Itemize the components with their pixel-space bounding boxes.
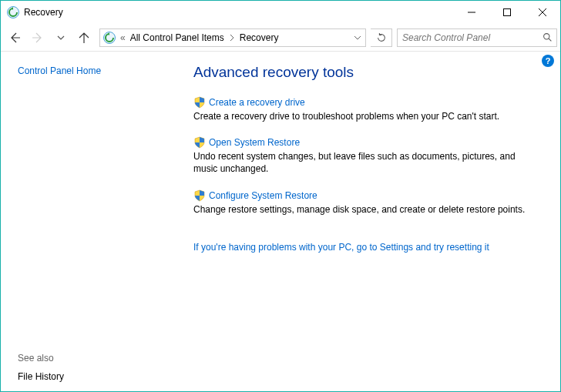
help-icon: ? <box>546 56 551 65</box>
search-button[interactable] <box>538 32 556 42</box>
up-button[interactable] <box>73 27 95 49</box>
breadcrumb-recovery[interactable]: Recovery <box>237 32 282 43</box>
maximize-button[interactable] <box>489 1 525 24</box>
address-dropdown-button[interactable] <box>350 35 365 41</box>
content-area: ? Control Panel Home See also File Histo… <box>1 52 560 391</box>
configure-system-restore-desc: Change restore settings, manage disk spa… <box>193 203 542 216</box>
navigation-toolbar: « All Control Panel Items Recovery <box>1 24 560 52</box>
recent-locations-button[interactable] <box>50 27 72 49</box>
file-history-link[interactable]: File History <box>18 371 153 382</box>
refresh-button[interactable] <box>371 28 392 47</box>
create-recovery-drive-desc: Create a recovery drive to troubleshoot … <box>193 110 542 122</box>
uac-shield-icon <box>193 189 206 202</box>
help-button[interactable]: ? <box>542 55 554 67</box>
recovery-app-icon <box>7 6 19 18</box>
uac-shield-icon <box>193 136 206 149</box>
arrow-right-icon <box>32 32 44 44</box>
recovery-breadcrumb-icon <box>103 32 116 44</box>
svg-rect-1 <box>504 9 511 16</box>
create-recovery-drive-link[interactable]: Create a recovery drive <box>209 97 305 108</box>
uac-shield-icon <box>193 96 206 109</box>
minimize-icon <box>468 8 475 16</box>
forward-button[interactable] <box>27 27 49 49</box>
title-bar: Recovery <box>1 1 560 24</box>
arrow-left-icon <box>8 32 21 44</box>
window-title: Recovery <box>24 7 63 18</box>
chevron-right-icon <box>229 35 235 41</box>
svg-point-3 <box>543 34 549 39</box>
breadcrumb-separator <box>227 32 237 43</box>
arrow-up-icon <box>78 32 90 44</box>
search-icon <box>543 32 553 42</box>
tool-open-system-restore: Open System Restore Undo recent system c… <box>193 136 542 175</box>
reset-pc-link[interactable]: If you're having problems with your PC, … <box>193 242 489 253</box>
chevron-down-icon <box>57 34 65 42</box>
address-bar[interactable]: « All Control Panel Items Recovery <box>99 28 366 47</box>
close-icon <box>539 8 546 16</box>
minimize-button[interactable] <box>454 1 489 24</box>
search-box[interactable] <box>397 28 557 47</box>
open-system-restore-desc: Undo recent system changes, but leave fi… <box>193 150 542 175</box>
page-heading: Advanced recovery tools <box>193 64 542 81</box>
see-also-label: See also <box>18 353 153 364</box>
window-frame: Recovery « <box>0 0 561 392</box>
refresh-icon <box>376 32 387 43</box>
breadcrumb-all-items[interactable]: All Control Panel Items <box>127 32 227 43</box>
main-panel: Advanced recovery tools Create a recover… <box>163 52 560 391</box>
breadcrumb-overflow[interactable]: « <box>119 32 127 43</box>
close-button[interactable] <box>525 1 560 24</box>
configure-system-restore-link[interactable]: Configure System Restore <box>209 190 317 201</box>
back-button[interactable] <box>4 27 25 49</box>
tool-create-recovery-drive: Create a recovery drive Create a recover… <box>193 96 542 122</box>
chevron-down-icon <box>354 35 361 41</box>
tool-configure-system-restore: Configure System Restore Change restore … <box>193 189 542 216</box>
open-system-restore-link[interactable]: Open System Restore <box>209 137 300 148</box>
sidebar: Control Panel Home See also File History <box>1 52 163 391</box>
maximize-icon <box>503 8 511 16</box>
search-input[interactable] <box>398 32 538 43</box>
control-panel-home-link[interactable]: Control Panel Home <box>18 65 153 76</box>
